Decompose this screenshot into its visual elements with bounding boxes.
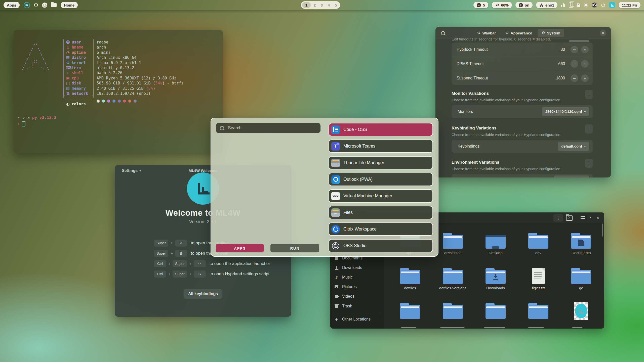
fastfetch-output: ☻userraabe ⌂hnamearch ◔uptime6 mins ▦dis… [66,40,183,107]
volume-indicator[interactable]: 66% [492,2,512,8]
tab-system[interactable]: ⚙System [538,29,564,37]
folder-item-dev[interactable]: dev [522,233,555,255]
image-item-ml4w[interactable] [565,302,597,320]
kebab-menu-icon[interactable]: ⋮ [585,90,593,99]
keybinding-row: Ctrl+ Super+ ↵ to open the application l… [154,260,270,267]
tab-appearance[interactable]: ⚙Appearance [501,29,536,37]
list-view-icon[interactable] [581,216,585,220]
app-item-files[interactable]: Files [329,206,433,219]
obs-icon[interactable] [592,2,597,8]
app-item-microsoft-teams[interactable]: T Microsoft Teams [329,140,433,153]
clipped-row [452,174,593,177]
ml4w-logo-icon[interactable] [609,2,615,8]
sidebar-item-downloads[interactable]: ↓Downloads [334,264,362,272]
app-item-outlook[interactable]: Outlook (PWA) [329,173,433,186]
folder-item[interactable] [436,303,469,319]
return-key-icon: ↵ [194,260,206,267]
folder-item-documents[interactable]: Documents [565,233,597,255]
search-icon [220,126,224,130]
search-input[interactable] [227,125,317,131]
palette-icon: ◐ [66,102,70,107]
close-icon[interactable]: × [594,215,601,221]
run-tab-button[interactable]: RUN [270,244,319,252]
folder-search-icon[interactable] [566,215,573,221]
bluetooth-indicator[interactable]: ᛒ on [515,2,533,8]
power-icon[interactable] [601,3,606,8]
ai-update-icon[interactable]: AI [24,2,30,8]
desktop: Apps AI ⚙ Home 1 2 3 4 5 ↓ 5 66% [0,0,644,362]
shell-cursor-line[interactable]: › [18,121,25,127]
kebab-menu-icon[interactable]: ⋮ [585,159,593,168]
workspace-5[interactable]: 5 [333,2,339,8]
tab-waybar[interactable]: ⚙Waybar [473,29,500,37]
view-options-dropdown[interactable]: ▾ [589,215,591,219]
chrome-browser-icon[interactable] [42,3,47,8]
decrease-button[interactable]: − [571,46,578,53]
clock[interactable]: 11:22 Fri [619,2,640,8]
file-manager-icon[interactable] [51,3,57,7]
home-button[interactable]: Home [61,2,78,8]
increase-button[interactable]: + [581,60,589,68]
decrease-button[interactable]: − [571,60,578,68]
folder-item-downloads[interactable]: Downloads [479,268,512,290]
decrease-button[interactable]: − [571,74,578,82]
clipped-label [484,327,505,328]
sidebar-item-pictures[interactable]: Pictures [334,283,357,291]
file-item-figlet[interactable]: figlet.txt [522,268,555,290]
terminal-window[interactable]: /\ / \ / \ / ,, \ / |''| \ /_-'' ''-_\ ☻… [14,30,223,153]
folder-icon [443,303,463,319]
sidebar-item-other-locations[interactable]: +Other Locations [334,315,371,323]
folder-item-go[interactable]: go [565,268,597,290]
sidebar-item-music[interactable]: ♪Music [334,274,353,281]
app-item-code-oss[interactable]: Code - OSS [329,123,433,136]
gear-icon[interactable]: ⚙ [34,2,38,8]
folder-icon [486,303,506,319]
search-icon[interactable] [441,31,445,35]
network-indicator[interactable]: eno1 [536,2,557,8]
monitors-dropdown[interactable]: 644x362@120.conf ▾ [542,107,589,116]
app-item-obs-studio[interactable]: OBS Studio [329,239,433,252]
folder-item-dotfiles[interactable]: dotfiles [394,268,426,290]
kebab-menu-icon[interactable]: ⋮ [585,124,593,133]
toolbar-divider [587,214,587,221]
timeout-row: DPMS Timeout 660 − + [452,57,593,71]
topbar-shadow [0,10,644,13]
sidebar-item-trash[interactable]: Trash [334,302,352,310]
app-item-citrix-workspace[interactable]: Citrix Workspace [329,222,433,236]
sidebar-item-videos[interactable]: Videos [334,293,354,300]
keybinding-row: Ctrl+ Super+ S to open Hyprland settings… [154,270,270,278]
section-desc: Choose from the available variations of … [452,133,561,137]
kebab-menu-icon[interactable]: ⋮ [553,214,563,222]
workspace-3[interactable]: 3 [319,2,325,8]
workspace-4[interactable]: 4 [326,2,332,8]
apps-menu-button[interactable]: Apps [4,2,20,8]
launcher-search[interactable] [216,123,320,133]
workspace-switcher: 1 2 3 4 5 [301,1,340,9]
app-item-virtual-machine-manager[interactable]: VMM Virtual Machine Manager [329,189,433,203]
folder-item[interactable] [479,303,512,319]
vmm-icon: VMM [331,192,340,200]
folder-item[interactable] [522,303,555,319]
folder-item[interactable] [394,303,426,319]
folder-item-archinstall[interactable]: archinstall [436,233,469,255]
folder-item-dotfiles-versions[interactable]: dotfiles-versions [436,268,469,290]
stats-icon[interactable] [561,3,565,7]
lock-icon[interactable] [577,5,580,7]
clipboard-icon[interactable] [569,3,573,8]
settings-burst-icon[interactable] [584,3,588,7]
app-item-thunar[interactable]: Thunar File Manager [329,156,433,169]
updates-indicator[interactable]: ↓ 5 [473,2,488,8]
close-icon[interactable]: × [600,30,606,36]
workspace-1[interactable]: 1 [302,2,311,8]
all-keybindings-button[interactable]: All keybindings [184,289,222,299]
files-icon [331,208,340,217]
increase-button[interactable]: + [581,46,589,53]
increase-button[interactable]: + [581,74,589,82]
kernel-icon: ⚙ [66,60,70,65]
workspace-2[interactable]: 2 [312,2,318,8]
code-oss-icon [331,125,340,134]
keybindings-dropdown[interactable]: default.conf ▾ [558,142,589,151]
apps-tab-button[interactable]: APPS [216,244,264,252]
scrollbar[interactable] [602,223,603,237]
folder-item-desktop[interactable]: Desktop [479,233,512,255]
